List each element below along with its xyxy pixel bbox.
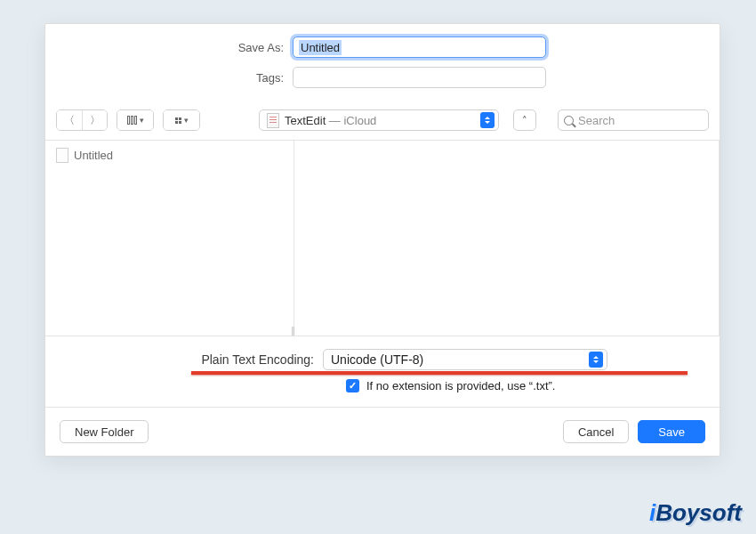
encoding-value: Unicode (UTF-8) <box>331 352 423 367</box>
nav-back-forward: 〈 〉 <box>56 109 108 131</box>
list-item[interactable]: Untitled <box>52 146 286 165</box>
document-icon <box>56 148 68 163</box>
browser-column-1[interactable]: Untitled <box>45 141 294 336</box>
save-as-value: Untitled <box>299 40 342 55</box>
collapse-button[interactable]: ˄ <box>513 109 536 131</box>
location-popup[interactable]: TextEdit — iCloud <box>259 109 499 131</box>
column-resize-handle[interactable]: ‖ <box>291 326 297 336</box>
encoding-label: Plain Text Encoding: <box>45 352 323 367</box>
new-folder-button[interactable]: New Folder <box>60 420 149 443</box>
cancel-button[interactable]: Cancel <box>563 420 629 443</box>
popup-stepper-icon <box>589 352 603 368</box>
search-placeholder: Search <box>578 114 615 127</box>
encoding-popup[interactable]: Unicode (UTF-8) <box>323 349 607 370</box>
search-icon <box>564 116 574 125</box>
browser-column-2[interactable] <box>294 141 720 336</box>
search-input[interactable]: Search <box>558 109 709 131</box>
chevron-right-icon: 〉 <box>90 113 101 128</box>
file-browser: Untitled ‖ <box>45 140 720 336</box>
watermark-logo: iBoysoft <box>649 499 742 527</box>
view-mode-button[interactable]: ▾ <box>117 109 154 131</box>
extension-label: If no extension is provided, use “.txt”. <box>366 379 555 392</box>
tags-label: Tags: <box>45 71 293 85</box>
options-section: Plain Text Encoding: Unicode (UTF-8) ✓ I… <box>45 336 720 407</box>
file-name: Untitled <box>74 149 113 162</box>
grid-icon <box>175 117 181 124</box>
toolbar: 〈 〉 ▾ ▾ <box>45 104 720 140</box>
location-text: TextEdit — iCloud <box>285 114 475 127</box>
annotation-underline <box>191 371 688 375</box>
popup-stepper-icon <box>480 112 495 128</box>
columns-icon <box>127 116 137 125</box>
extension-checkbox[interactable]: ✓ <box>346 379 359 392</box>
save-button[interactable]: Save <box>638 420 705 443</box>
footer: New Folder Cancel Save <box>45 407 720 456</box>
group-by-button[interactable]: ▾ <box>163 109 200 131</box>
textedit-app-icon <box>267 113 279 128</box>
save-as-input[interactable]: Untitled <box>293 36 546 58</box>
chevron-down-icon: ▾ <box>140 116 144 125</box>
chevron-up-icon: ˄ <box>522 115 527 126</box>
chevron-left-icon: 〈 <box>64 113 75 128</box>
top-fields: Save As: Untitled Tags: <box>45 24 720 104</box>
save-as-label: Save As: <box>45 41 293 54</box>
forward-button[interactable]: 〉 <box>82 110 107 130</box>
back-button[interactable]: 〈 <box>57 110 82 130</box>
chevron-down-icon: ▾ <box>184 116 189 125</box>
save-dialog: Save As: Untitled Tags: 〈 〉 ▾ <box>44 23 720 457</box>
tags-input[interactable] <box>293 67 546 88</box>
